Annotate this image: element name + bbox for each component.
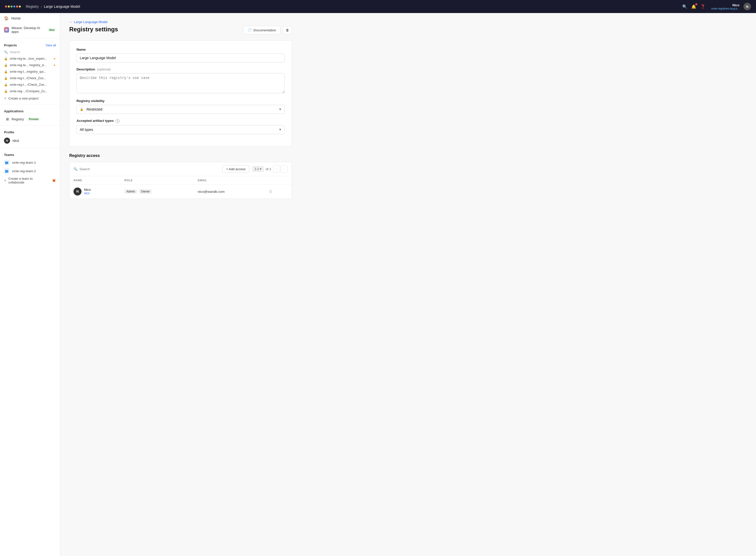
access-search-wrap: 🔍 [73, 167, 219, 171]
registry-label: Registry [11, 117, 24, 121]
pagination-prev-button[interactable]: ‹ [273, 166, 280, 172]
page-title: Registry settings [69, 26, 118, 33]
project-item-5[interactable]: 🔒 smle-reg-t... /Check_Zoo... [0, 81, 60, 88]
table-row: N Nico nico Admin Owner [69, 184, 292, 199]
breadcrumb-parent[interactable]: Registry [26, 4, 39, 8]
lock-icon-6: 🔒 [4, 90, 8, 93]
profile-user-item[interactable]: N nico [0, 136, 60, 146]
documentation-icon: 📄 [248, 28, 252, 32]
create-team-link[interactable]: + Create a team to collaborate 🦊 [0, 175, 60, 186]
user-email: nico@wandb.com [198, 190, 225, 194]
app-layout: 🏠 Home W Weave: Develop AI apps New Proj… [0, 13, 756, 556]
access-search-input[interactable] [79, 167, 219, 171]
weave-badge: New [48, 28, 56, 32]
delete-icon: 🗑 [286, 28, 289, 32]
registry-badge: Preview [28, 117, 40, 121]
lock-icon-1: 🔒 [4, 57, 8, 61]
delete-row-button[interactable]: 🗑 [268, 188, 274, 195]
artifact-types-info-icon[interactable]: i [116, 119, 120, 123]
search-projects[interactable]: 🔍 Search [0, 48, 60, 56]
project-item-4[interactable]: 🔒 smle-reg-t.../Check_Zoo... [0, 75, 60, 81]
create-team-label: Create a team to collaborate [8, 177, 49, 184]
user-info: Nico nico [84, 188, 91, 195]
visibility-select[interactable]: 🔒 Restricted [76, 105, 285, 114]
col-header-name: NAME [69, 176, 121, 184]
col-header-role: ROLE [121, 176, 194, 184]
projects-label: Projects [4, 43, 17, 47]
sidebar-item-registry[interactable]: ⊞ Registry Preview [2, 115, 58, 123]
page-header: Registry settings 📄 Documentation 🗑 [69, 26, 292, 34]
help-icon[interactable]: ❓ [700, 4, 705, 9]
star-icon-2: ★ [53, 63, 56, 67]
profile-avatar: N [4, 138, 10, 144]
teams-section-header: Teams [0, 150, 60, 158]
visibility-select-wrap: 🔒 Restricted ▼ [76, 105, 285, 114]
name-label: Name [76, 48, 285, 51]
project-item-1[interactable]: 🔒 smle-reg-te.../zoo_experi... ★ [0, 56, 60, 62]
star-icon-1: ★ [53, 57, 56, 61]
create-team-plus-icon: + [4, 178, 6, 183]
delete-button[interactable]: 🗑 [283, 26, 292, 34]
pagination-range[interactable]: 1-1 ▾ [252, 166, 264, 172]
project-item-6[interactable]: 🔒 smle-reg-.../Compare_Zo... [0, 88, 60, 95]
breadcrumb-current: Large Language Model [44, 4, 80, 8]
email-cell: nico@wandb.com [194, 184, 264, 199]
user-cell: N Nico nico [69, 184, 121, 199]
header-actions: 📄 Documentation 🗑 [243, 26, 292, 34]
project-item-3[interactable]: 🔒 smle-reg-t.../registry_qui... [0, 68, 60, 75]
search-icon[interactable]: 🔍 [682, 4, 687, 9]
team-item-1[interactable]: 👥 smle-reg-team-1 [0, 158, 60, 167]
artifact-types-select[interactable]: All types [76, 125, 285, 134]
description-label: Description (optional) [76, 67, 285, 71]
search-projects-placeholder: Search [10, 50, 20, 54]
documentation-button[interactable]: 📄 Documentation [243, 26, 281, 34]
sidebar: 🏠 Home W Weave: Develop AI apps New Proj… [0, 13, 60, 556]
sidebar-item-weave[interactable]: W Weave: Develop AI apps New [0, 24, 60, 36]
name-field-group: Name [76, 48, 285, 62]
notifications-icon[interactable]: 🔔 [691, 4, 696, 9]
applications-label: Applications [4, 109, 24, 113]
project-item-2[interactable]: 🔒 smle-reg-te... /registry_d... ★ [0, 62, 60, 68]
lock-icon-3: 🔒 [4, 70, 8, 73]
projects-view-all[interactable]: View all [46, 44, 56, 47]
add-access-button[interactable]: + Add access [222, 165, 249, 173]
project-name-3: smle-reg-t.../registry_qui... [10, 70, 56, 73]
teams-label: Teams [4, 153, 14, 157]
weave-label: Weave: Develop AI apps [11, 26, 44, 34]
user-info: Nico smle-registries-bug-b... [711, 3, 739, 10]
artifact-types-field-group: Accepted artifact types i All types ▼ [76, 119, 285, 134]
topnav: Registry › Large Language Model 🔍 🔔 ❓ Ni… [0, 0, 756, 13]
user-avatar[interactable]: N [744, 3, 751, 10]
settings-card: Name Description (optional) Registry vis… [69, 40, 292, 146]
role-badge-owner: Owner [139, 189, 152, 194]
project-name-5: smle-reg-t... /Check_Zoo... [10, 83, 56, 86]
artifact-types-select-wrap: All types ▼ [76, 125, 285, 134]
visibility-value: Restricted [87, 107, 102, 111]
main-content: ← Large Language Model Registry settings… [60, 13, 756, 556]
team-name-1: smle-reg-team-1 [12, 161, 36, 165]
role-badge-admin: Admin [124, 189, 137, 194]
pagination-of: of 1 [266, 167, 271, 171]
pagination-nav: ‹ › [273, 166, 288, 172]
app-logo[interactable] [5, 5, 21, 7]
team-item-2[interactable]: 👥 smle-reg-team-2 [0, 167, 60, 175]
user-handle[interactable]: nico [84, 192, 91, 195]
artifact-types-label: Accepted artifact types i [76, 119, 285, 123]
back-link[interactable]: ← Large Language Model [69, 20, 292, 24]
profile-label: Profile [4, 130, 14, 134]
pagination-next-button[interactable]: › [281, 166, 288, 172]
create-project-link[interactable]: + Create a new project [0, 95, 60, 102]
search-projects-icon: 🔍 [4, 50, 8, 54]
artifact-types-value: All types [80, 128, 93, 132]
sidebar-item-home[interactable]: 🏠 Home [0, 13, 60, 24]
project-name-2: smle-reg-te... /registry_d... [10, 63, 51, 67]
description-input[interactable] [76, 73, 285, 93]
table-header-row: NAME ROLE EMAIL [69, 176, 292, 184]
team-name-2: smle-reg-team-2 [12, 169, 36, 173]
visibility-lock-icon: 🔒 [80, 108, 84, 111]
access-search-icon: 🔍 [73, 167, 77, 171]
lock-icon-4: 🔒 [4, 76, 8, 80]
create-project-label: Create a new project [8, 97, 38, 100]
back-arrow-icon: ← [69, 20, 72, 24]
name-input[interactable] [76, 54, 285, 62]
